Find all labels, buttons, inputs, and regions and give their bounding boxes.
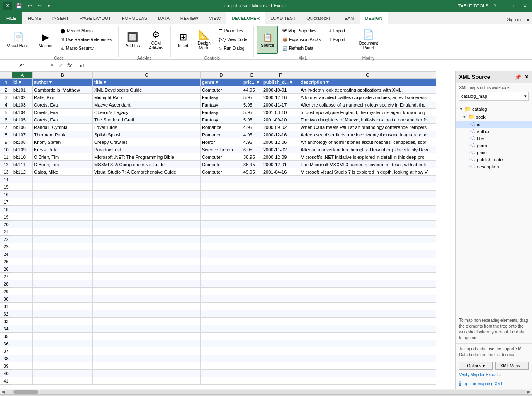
cell-empty-25-6[interactable] <box>299 362 436 370</box>
cell-empty-24-6[interactable] <box>299 355 436 362</box>
confirm-formula-btn[interactable]: ✓ <box>57 62 64 69</box>
cell-empty-25-5[interactable] <box>262 362 299 370</box>
cell-empty-26-2[interactable] <box>93 370 201 377</box>
cell-empty-16-5[interactable] <box>262 295 299 303</box>
cell-empty-14-5[interactable] <box>262 280 299 288</box>
tree-node-publish-date[interactable]: ├ ⬡ publish_date <box>456 156 532 163</box>
cell-5-0[interactable]: bk104 <box>12 109 33 116</box>
cell-empty-10-6[interactable] <box>299 250 436 258</box>
cell-empty-4-6[interactable] <box>299 206 436 213</box>
view-code-btn[interactable]: {'<'} View Code <box>216 35 250 44</box>
cell-empty-25-1[interactable] <box>33 362 93 370</box>
cell-8-0[interactable]: bk107 <box>12 131 33 138</box>
cell-G1[interactable]: description ▾ <box>299 79 436 86</box>
cell-empty-22-2[interactable] <box>93 340 201 347</box>
cell-empty-6-5[interactable] <box>262 221 299 228</box>
cell-empty-12-5[interactable] <box>262 265 299 273</box>
source-btn[interactable]: 📋 Source <box>257 26 278 54</box>
cell-empty-0-5[interactable] <box>262 176 299 183</box>
row-header-empty-6[interactable]: 20 <box>0 221 12 228</box>
row-header-empty-16[interactable]: 30 <box>0 295 12 303</box>
cell-9-4[interactable]: 4.95 <box>242 138 262 146</box>
cell-11-4[interactable]: 36.95 <box>242 153 262 161</box>
row-header-13[interactable]: 13 <box>0 168 12 176</box>
xml-panel-close-btn[interactable]: ✕ <box>525 74 529 80</box>
cell-empty-0-1[interactable] <box>33 176 93 183</box>
cell-empty-25-3[interactable] <box>201 362 242 370</box>
cell-10-1[interactable]: Kress, Peter <box>33 146 93 153</box>
macro-security-btn[interactable]: ⚠ Macro Security <box>58 44 115 52</box>
cell-5-1[interactable]: Corets, Eva <box>33 109 93 116</box>
cell-7-5[interactable]: 2000-09-02 <box>262 124 299 131</box>
cell-11-2[interactable]: Microsoft .NET: The Programming Bible <box>93 153 201 161</box>
cell-empty-24-3[interactable] <box>201 355 242 362</box>
cell-empty-18-4[interactable] <box>242 310 262 318</box>
cell-empty-3-5[interactable] <box>262 198 299 206</box>
cell-empty-26-4[interactable] <box>242 370 262 377</box>
cell-empty-23-3[interactable] <box>201 347 242 355</box>
cell-empty-7-3[interactable] <box>201 228 242 236</box>
cell-empty-5-5[interactable] <box>262 213 299 221</box>
cell-empty-2-3[interactable] <box>201 191 242 198</box>
cell-empty-9-0[interactable] <box>12 243 33 250</box>
row-header-4[interactable]: 4 <box>0 101 12 109</box>
cell-empty-22-0[interactable] <box>12 340 33 347</box>
cell-3-5[interactable]: 2000-12-16 <box>262 94 299 101</box>
row-header-empty-2[interactable]: 16 <box>0 191 12 198</box>
cell-empty-19-2[interactable] <box>93 318 201 325</box>
cell-empty-0-6[interactable] <box>299 176 436 183</box>
tree-node-id[interactable]: ├ ⬡ id <box>456 121 532 128</box>
cell-7-2[interactable]: Lover Birds <box>93 124 201 131</box>
cell-7-6[interactable]: When Carla meets Paul at an ornithology … <box>299 124 436 131</box>
cell-empty-16-4[interactable] <box>242 295 262 303</box>
cell-empty-11-0[interactable] <box>12 258 33 265</box>
cell-empty-5-3[interactable] <box>201 213 242 221</box>
cell-empty-18-0[interactable] <box>12 310 33 318</box>
cell-D1[interactable]: genre ▾ <box>201 79 242 86</box>
cell-2-5[interactable]: 2000-10-01 <box>262 86 299 94</box>
col-header-G[interactable]: G <box>299 72 436 79</box>
cell-empty-23-1[interactable] <box>33 347 93 355</box>
cell-6-4[interactable]: 5.95 <box>242 116 262 124</box>
cell-13-4[interactable]: 49.95 <box>242 168 262 176</box>
cell-9-5[interactable]: 2000-12-06 <box>262 138 299 146</box>
properties-btn[interactable]: ☰ Properties <box>216 27 250 35</box>
cell-empty-6-6[interactable] <box>299 221 436 228</box>
cell-3-6[interactable]: A former architect battles corporate zom… <box>299 94 436 101</box>
cell-empty-26-1[interactable] <box>33 370 93 377</box>
tab-file[interactable]: FILE <box>0 12 22 24</box>
cell-9-0[interactable]: bk108 <box>12 138 33 146</box>
cell-2-1[interactable]: Gambardella, Matthew <box>33 86 93 94</box>
cell-A1[interactable]: id ▾ <box>12 79 33 86</box>
cell-empty-11-1[interactable] <box>33 258 93 265</box>
cell-empty-19-1[interactable] <box>33 318 93 325</box>
row-header-empty-5[interactable]: 19 <box>0 213 12 221</box>
cell-13-1[interactable]: Galos, Mike <box>33 168 93 176</box>
cell-12-0[interactable]: bk111 <box>12 161 33 168</box>
cell-empty-24-1[interactable] <box>33 355 93 362</box>
cell-3-0[interactable]: bk102 <box>12 94 33 101</box>
cell-12-6[interactable]: The Microsoft MSXML3 parser is covered i… <box>299 161 436 168</box>
row-header-empty-7[interactable]: 21 <box>0 228 12 236</box>
cell-empty-15-0[interactable] <box>12 288 33 295</box>
cell-empty-0-2[interactable] <box>93 176 201 183</box>
row-header-empty-17[interactable]: 31 <box>0 303 12 310</box>
cell-empty-5-2[interactable] <box>93 213 201 221</box>
col-header-B[interactable]: B <box>33 72 93 79</box>
cell-empty-9-2[interactable] <box>93 243 201 250</box>
cell-empty-1-2[interactable] <box>93 183 201 191</box>
row-header-empty-18[interactable]: 32 <box>0 310 12 318</box>
cell-E1[interactable]: pric... ▾ <box>242 79 262 86</box>
cell-empty-18-3[interactable] <box>201 310 242 318</box>
cell-empty-27-6[interactable] <box>299 377 436 385</box>
formula-input[interactable] <box>79 61 530 70</box>
cell-empty-22-1[interactable] <box>33 340 93 347</box>
cell-empty-23-4[interactable] <box>242 347 262 355</box>
cell-empty-11-2[interactable] <box>93 258 201 265</box>
row-header-6[interactable]: 6 <box>0 116 12 124</box>
cell-empty-7-1[interactable] <box>33 228 93 236</box>
cell-empty-22-6[interactable] <box>299 340 436 347</box>
cell-empty-24-4[interactable] <box>242 355 262 362</box>
document-panel-btn[interactable]: 📄 DocumentPanel <box>355 26 382 54</box>
row-header-10[interactable]: 10 <box>0 146 12 153</box>
